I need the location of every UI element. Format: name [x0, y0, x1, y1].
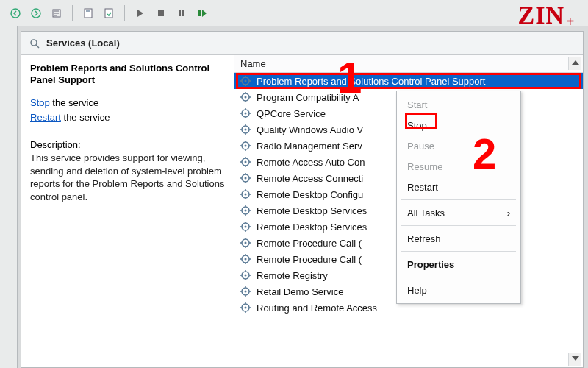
svg-point-31 [245, 129, 247, 131]
svg-point-43 [245, 161, 247, 163]
svg-point-73 [245, 242, 247, 244]
svg-rect-3 [85, 9, 92, 18]
svg-point-97 [245, 307, 247, 309]
properties-icon[interactable] [80, 5, 96, 21]
gear-icon [239, 107, 252, 120]
service-name: Problem Reports and Solutions Control Pa… [257, 76, 485, 87]
menu-item-stop[interactable]: Stop [397, 115, 520, 135]
svg-point-49 [245, 177, 247, 180]
service-name: Remote Access Auto Con [257, 157, 365, 168]
gear-icon [239, 171, 252, 185]
gear-icon [239, 269, 252, 282]
service-detail-pane: Problem Reports and Solutions Control Pa… [21, 55, 234, 367]
svg-point-0 [11, 9, 20, 18]
service-name: Remote Desktop Configu [257, 189, 363, 200]
gear-icon [239, 301, 252, 314]
service-name: Remote Registry [257, 270, 328, 281]
service-action-links: Stop the service Restart the service [30, 96, 225, 127]
service-name: Remote Procedure Call ( [257, 238, 362, 249]
watermark-logo: ZIN [518, 1, 579, 29]
gear-icon [239, 123, 252, 136]
menu-item-refresh[interactable]: Refresh [397, 228, 520, 249]
service-name: Remote Desktop Services [257, 205, 367, 216]
service-name: Retail Demo Service [257, 286, 344, 297]
service-name: QPCore Service [257, 108, 326, 119]
restart-link[interactable]: Restart [30, 112, 61, 123]
svg-point-10 [31, 40, 37, 46]
gear-icon [239, 91, 252, 104]
svg-point-1 [32, 9, 40, 18]
service-name: Remote Procedure Call ( [257, 254, 362, 265]
svg-point-19 [245, 96, 247, 99]
menu-item-all-tasks[interactable]: All Tasks› [397, 202, 520, 223]
svg-rect-4 [86, 10, 90, 12]
svg-line-11 [36, 45, 39, 48]
tab-title: Services (Local) [46, 38, 120, 49]
gear-icon [239, 155, 252, 169]
menu-item-pause: Pause [397, 135, 520, 156]
menu-item-help[interactable]: Help [397, 280, 520, 300]
gear-icon [239, 188, 252, 201]
service-name: Remote Access Connecti [257, 173, 363, 184]
stop-icon[interactable] [153, 5, 169, 21]
nav-gutter [0, 26, 18, 368]
refresh-icon[interactable] [101, 5, 117, 21]
svg-point-85 [245, 275, 247, 277]
service-name: Quality Windows Audio V [257, 124, 363, 135]
selected-service-title: Problem Reports and Solutions Control Pa… [30, 63, 225, 87]
workspace: Services (Local) Problem Reports and Sol… [0, 26, 588, 368]
toolbar [0, 0, 588, 26]
svg-rect-9 [198, 10, 201, 16]
svg-point-61 [245, 210, 247, 212]
svg-point-79 [245, 258, 247, 261]
svg-point-25 [245, 113, 247, 115]
svg-point-37 [245, 145, 247, 147]
svg-rect-5 [105, 9, 112, 18]
svg-point-67 [245, 226, 247, 228]
svg-point-91 [245, 291, 247, 293]
service-name: Program Compatibility A [257, 92, 359, 103]
tab-bar: Services (Local) [21, 32, 583, 55]
pause-icon[interactable] [173, 5, 190, 21]
scroll-down-button[interactable] [568, 353, 581, 366]
stop-link[interactable]: Stop [30, 97, 50, 108]
service-name: Remote Desktop Services [257, 222, 367, 233]
service-name: Routing and Remote Access [257, 302, 377, 314]
column-header-name[interactable]: Name [234, 55, 583, 73]
menu-item-start: Start [397, 94, 520, 115]
play-icon[interactable] [132, 5, 148, 21]
chevron-right-icon: › [507, 208, 510, 219]
gear-icon [239, 220, 252, 233]
svg-rect-6 [158, 10, 164, 16]
description-text: This service provides support for viewin… [30, 152, 225, 203]
gear-icon [239, 236, 252, 250]
gear-icon [239, 139, 252, 152]
content-pane: Services (Local) Problem Reports and Sol… [21, 31, 584, 368]
gear-icon [239, 285, 252, 298]
scroll-up-button[interactable] [568, 57, 581, 70]
search-icon [29, 38, 40, 49]
service-name: Radio Management Serv [257, 141, 362, 152]
context-menu: Start Stop Pause Resume Restart All Task… [396, 91, 521, 304]
gear-icon [239, 204, 252, 217]
service-row[interactable]: Problem Reports and Solutions Control Pa… [234, 73, 583, 89]
back-icon[interactable] [7, 5, 24, 21]
forward-icon[interactable] [28, 5, 44, 21]
gear-icon [239, 74, 252, 88]
menu-item-resume: Resume [397, 156, 520, 177]
menu-item-properties[interactable]: Properties [397, 254, 520, 275]
svg-rect-8 [182, 10, 184, 16]
svg-rect-7 [179, 10, 181, 16]
svg-point-13 [245, 80, 247, 82]
svg-point-55 [245, 194, 247, 196]
menu-item-restart[interactable]: Restart [397, 177, 520, 197]
description-label: Description: [30, 139, 225, 150]
restart-icon[interactable] [194, 5, 210, 21]
gear-icon [239, 252, 252, 266]
export-icon[interactable] [49, 5, 65, 21]
